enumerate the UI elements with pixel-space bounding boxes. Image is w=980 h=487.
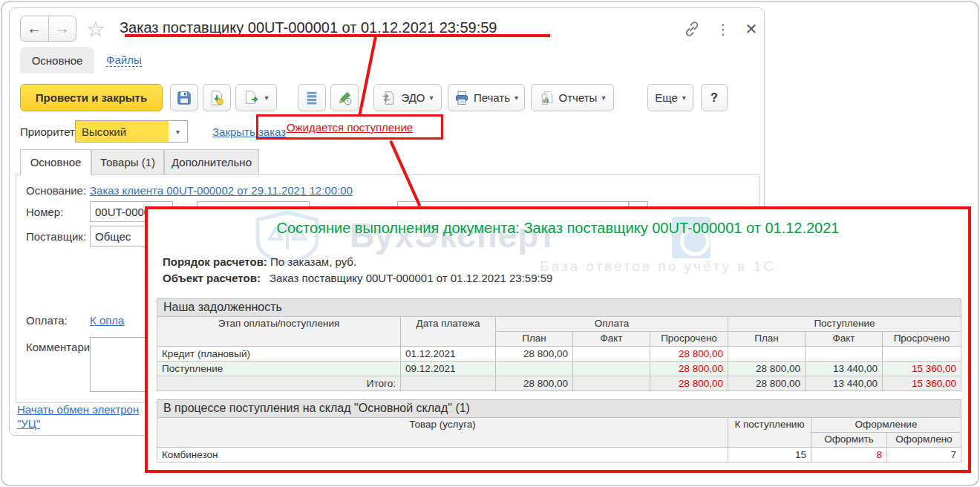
cell-rec-overdue: 15 360,00 (883, 376, 961, 391)
edo-icon (382, 91, 396, 105)
cell-rec-overdue (883, 347, 961, 362)
priority-label: Приоритет: (20, 125, 78, 138)
help-button[interactable]: ? (701, 84, 728, 111)
cell-rec-overdue: 15 360,00 (883, 362, 961, 376)
receipt-table: Товар (услуга) К поступлению Оформление … (157, 417, 961, 463)
tab-main[interactable]: Основное (20, 149, 91, 175)
col-group-receipt: Поступление (728, 317, 961, 332)
number-label: Номер: (26, 206, 63, 218)
edo-button[interactable]: ЭДО ▾ (373, 84, 442, 111)
tab-goods[interactable]: Товары (1) (91, 149, 164, 175)
table-total-row: Итого: 28 800,00 28 800,00 28 800,00 13 … (157, 376, 961, 391)
edo-exchange-link-line2: "УЦ" (17, 417, 40, 430)
favorite-star-icon[interactable]: ☆ (86, 16, 105, 42)
settlement-object-label: Объект расчетов: (163, 272, 261, 284)
more-button[interactable]: Еще ▾ (647, 84, 693, 111)
reports-button[interactable]: Отчеты ▾ (531, 84, 614, 111)
basis-link[interactable]: Заказ клиента 00UT-000002 от 29.11.2021 … (90, 184, 353, 197)
cell-date (401, 376, 496, 391)
receipt-section-title: В процессе поступления на склад "Основно… (157, 399, 961, 417)
annotation-status-box: Ожидается поступление (256, 114, 443, 140)
col-product: Товар (услуга) (157, 418, 728, 448)
link-icon (684, 21, 700, 37)
payment-order-label: Порядок расчетов: (163, 255, 267, 268)
section-tab-main[interactable]: Основное (20, 47, 94, 73)
back-button[interactable]: ← (21, 16, 49, 41)
forward-button[interactable]: → (49, 16, 76, 41)
dropdown-caret: ▾ (176, 128, 180, 136)
status-link[interactable]: Ожидается поступление (287, 121, 413, 134)
cell-to-register: 8 (811, 448, 886, 463)
col-pay-plan: План (496, 332, 573, 347)
sign-button[interactable] (330, 84, 359, 111)
cell-rec-plan (728, 347, 806, 362)
sign-icon (336, 90, 353, 106)
register-icon (304, 90, 320, 106)
debt-table-block: Наша задолженность Этап оплаты/поступлен… (157, 298, 961, 391)
priority-caret-button[interactable]: ▾ (169, 120, 188, 143)
cell-pay-plan (496, 362, 573, 376)
cell-pay-fact (573, 347, 650, 362)
popup-title: Состояние выполнения документа: Заказ по… (148, 220, 968, 237)
col-rec-plan: План (728, 332, 806, 347)
cell-total-label: Итого: (157, 376, 401, 391)
col-group-registration: Оформление (811, 418, 961, 433)
edo-exchange-link[interactable]: Начать обмен электрон "УЦ" (17, 402, 146, 431)
reports-label: Отчеты (559, 91, 598, 104)
priority-select[interactable]: Высокий (75, 120, 169, 143)
settlement-object-line: Объект расчетов: Заказ поставщику 00UT-0… (163, 272, 552, 284)
payment-link[interactable]: К опла (90, 314, 124, 327)
edo-exchange-link-line1: Начать обмен электрон (17, 403, 139, 416)
dropdown-caret: ▾ (264, 94, 268, 102)
cell-stage: Кредит (плановый) (157, 347, 401, 362)
col-pay-overdue: Просрочено (650, 332, 728, 347)
close-icon[interactable]: ✕ (742, 19, 761, 39)
dropdown-caret: ▾ (514, 94, 518, 102)
payment-order-line: Порядок расчетов: По заказам, руб. (163, 255, 356, 268)
receipt-table-block: В процессе поступления на склад "Основно… (157, 399, 961, 463)
cell-pay-overdue: 28 800,00 (650, 347, 728, 362)
col-group-payment: Оплата (496, 317, 728, 332)
cell-pay-overdue: 28 800,00 (650, 362, 728, 376)
reports-icon (540, 91, 555, 105)
dropdown-caret: ▾ (682, 94, 686, 102)
table-row: Кредит (плановый) 01.12.2021 28 800,00 2… (157, 347, 961, 362)
get-link-icon[interactable] (682, 19, 702, 39)
payment-order-value: По заказам, руб. (270, 255, 356, 268)
edo-label: ЭДО (401, 91, 425, 104)
cell-date: 09.12.2021 (401, 362, 496, 376)
save-icon (176, 90, 192, 106)
print-icon (454, 91, 469, 105)
basis-label: Основание: (26, 184, 86, 197)
col-registered: Оформлено (886, 433, 961, 448)
save-button[interactable] (170, 84, 198, 111)
cell-pay-fact (573, 362, 650, 376)
cell-rec-fact: 13 440,00 (806, 376, 883, 391)
register-records-button[interactable] (298, 84, 326, 111)
post-icon (209, 90, 225, 106)
cell-stage: Поступление (157, 362, 401, 376)
table-row: Поступление 09.12.2021 28 800,00 28 800,… (157, 362, 961, 376)
cell-rec-plan: 28 800,00 (728, 376, 806, 391)
back-icon: ← (27, 20, 42, 37)
print-label: Печать (474, 91, 510, 104)
more-menu-icon[interactable]: ⋮ (713, 19, 733, 39)
col-stage: Этап оплаты/поступления (157, 317, 401, 347)
screenshot-stage: ← → ☆ Заказ поставщику 00UT-000001 от 01… (0, 0, 980, 487)
col-rec-overdue: Просрочено (883, 332, 961, 347)
col-pay-fact: Факт (573, 332, 650, 347)
post-and-close-button[interactable]: Провести и закрыть (20, 84, 163, 111)
cell-rec-plan: 28 800,00 (728, 362, 806, 376)
print-button[interactable]: Печать ▾ (448, 84, 525, 111)
section-tab-files[interactable]: Файлы (106, 53, 142, 67)
execution-status-popup: БухЭксперт База ответов по учёту в 1С Со… (145, 206, 971, 473)
tab-extra[interactable]: Дополнительно (164, 149, 259, 175)
col-to-receive: К поступлению (728, 418, 811, 448)
create-based-icon (244, 90, 260, 106)
history-nav: ← → (20, 16, 76, 42)
cell-pay-plan: 28 800,00 (496, 347, 573, 362)
cell-pay-plan: 28 800,00 (496, 376, 573, 391)
cell-rec-fact: 13 440,00 (806, 362, 883, 376)
post-button[interactable] (203, 84, 231, 111)
create-based-on-button[interactable]: ▾ (235, 84, 277, 111)
